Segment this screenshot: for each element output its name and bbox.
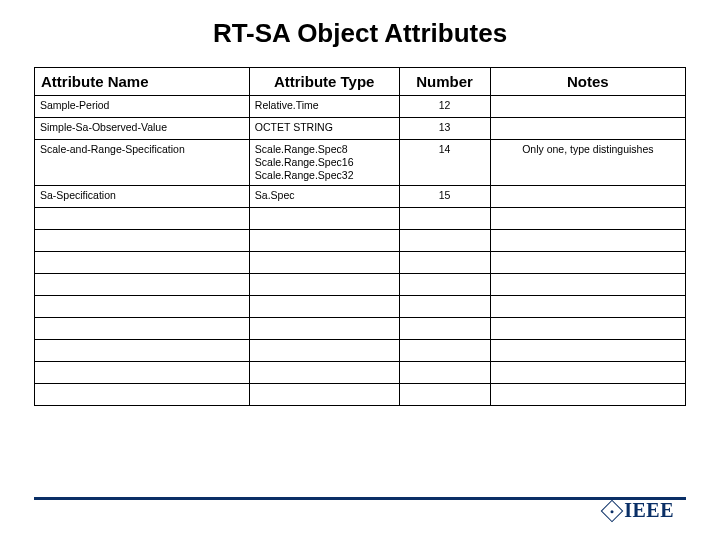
cell-name	[35, 274, 250, 296]
table-header-row: Attribute Name Attribute Type Number Not…	[35, 68, 686, 96]
table-row	[35, 362, 686, 384]
table-row	[35, 230, 686, 252]
cell-number	[399, 296, 490, 318]
cell-notes	[490, 274, 685, 296]
cell-name	[35, 208, 250, 230]
cell-type	[249, 340, 399, 362]
table-row	[35, 208, 686, 230]
cell-type: OCTET STRING	[249, 118, 399, 140]
cell-type	[249, 384, 399, 406]
cell-type	[249, 208, 399, 230]
cell-name	[35, 296, 250, 318]
cell-notes	[490, 340, 685, 362]
cell-number	[399, 208, 490, 230]
cell-notes	[490, 96, 685, 118]
cell-type	[249, 274, 399, 296]
cell-name: Sample-Period	[35, 96, 250, 118]
cell-number: 14	[399, 140, 490, 186]
slide: RT-SA Object Attributes Attribute Name A…	[0, 0, 720, 540]
table-row: Simple-Sa-Observed-ValueOCTET STRING13	[35, 118, 686, 140]
footer-rule	[34, 497, 686, 500]
col-header-notes: Notes	[490, 68, 685, 96]
cell-number	[399, 252, 490, 274]
cell-type	[249, 296, 399, 318]
cell-type	[249, 230, 399, 252]
cell-notes	[490, 186, 685, 208]
cell-notes	[490, 118, 685, 140]
cell-notes	[490, 252, 685, 274]
cell-type: Scale.Range.Spec8Scale.Range.Spec16Scale…	[249, 140, 399, 186]
table-row: Sa-SpecificationSa.Spec15	[35, 186, 686, 208]
col-header-type: Attribute Type	[249, 68, 399, 96]
cell-notes	[490, 362, 685, 384]
cell-name: Sa-Specification	[35, 186, 250, 208]
table-row	[35, 252, 686, 274]
ieee-logo-text: IEEE	[624, 499, 674, 522]
table-row	[35, 340, 686, 362]
table-row	[35, 274, 686, 296]
col-header-name: Attribute Name	[35, 68, 250, 96]
cell-name: Simple-Sa-Observed-Value	[35, 118, 250, 140]
cell-number: 12	[399, 96, 490, 118]
cell-notes: Only one, type distinguishes	[490, 140, 685, 186]
cell-notes	[490, 318, 685, 340]
cell-type	[249, 362, 399, 384]
cell-notes	[490, 230, 685, 252]
cell-notes	[490, 208, 685, 230]
table-row	[35, 384, 686, 406]
cell-type	[249, 252, 399, 274]
cell-notes	[490, 384, 685, 406]
ieee-emblem-icon	[601, 499, 624, 522]
table-row: Sample-PeriodRelative.Time12	[35, 96, 686, 118]
table-row: Scale-and-Range-SpecificationScale.Range…	[35, 140, 686, 186]
cell-number	[399, 318, 490, 340]
cell-number: 13	[399, 118, 490, 140]
attributes-table: Attribute Name Attribute Type Number Not…	[34, 67, 686, 406]
cell-name	[35, 362, 250, 384]
cell-type: Sa.Spec	[249, 186, 399, 208]
table-row	[35, 296, 686, 318]
cell-number	[399, 384, 490, 406]
cell-name	[35, 252, 250, 274]
cell-number: 15	[399, 186, 490, 208]
cell-type	[249, 318, 399, 340]
cell-name	[35, 230, 250, 252]
cell-notes	[490, 296, 685, 318]
cell-type: Relative.Time	[249, 96, 399, 118]
cell-number	[399, 340, 490, 362]
cell-number	[399, 274, 490, 296]
cell-name	[35, 318, 250, 340]
col-header-number: Number	[399, 68, 490, 96]
cell-name: Scale-and-Range-Specification	[35, 140, 250, 186]
cell-name	[35, 384, 250, 406]
cell-number	[399, 230, 490, 252]
cell-name	[35, 340, 250, 362]
page-title: RT-SA Object Attributes	[34, 18, 686, 49]
table-row	[35, 318, 686, 340]
cell-number	[399, 362, 490, 384]
ieee-logo: IEEE	[604, 499, 674, 522]
